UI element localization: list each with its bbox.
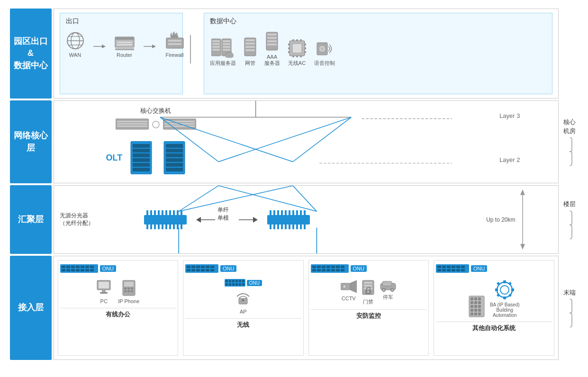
svg-rect-117: [277, 210, 279, 216]
svg-rect-208: [317, 269, 321, 271]
svg-rect-127: [277, 224, 279, 229]
onu-badge-2b: ONU: [247, 280, 262, 286]
svg-rect-205: [336, 266, 340, 268]
sub-wired-office: ONU PC: [58, 260, 179, 356]
svg-rect-234: [456, 266, 460, 268]
content-campus-exit: 出口 WAN: [54, 9, 559, 99]
svg-line-139: [179, 186, 293, 211]
svg-rect-69: [133, 149, 150, 153]
svg-rect-104: [162, 224, 163, 229]
diagram-container: 园区出口&数据中心 出口 WAN: [10, 9, 579, 368]
svg-rect-129: [285, 224, 287, 229]
svg-marker-113: [253, 217, 258, 223]
content-access: ONU PC: [54, 256, 559, 360]
svg-rect-252: [470, 309, 473, 312]
svg-rect-190: [242, 280, 244, 282]
svg-rect-210: [326, 269, 330, 271]
firewall-item: Firewall: [164, 31, 185, 58]
svg-rect-173: [191, 266, 195, 268]
svg-rect-99: [181, 210, 182, 216]
fiber-mode-label: 单纤单模: [217, 206, 229, 222]
svg-rect-92: [154, 210, 156, 216]
svg-rect-61: [117, 126, 147, 127]
svg-rect-209: [322, 269, 326, 271]
svg-rect-96: [169, 210, 171, 216]
layer2-label: Layer 2: [499, 155, 520, 164]
svg-rect-158: [90, 269, 94, 271]
automation-devices: BA (IP Based)BuildingAutomation: [468, 279, 520, 318]
olt-label: OLT: [106, 153, 123, 163]
svg-line-140: [218, 186, 317, 211]
svg-rect-128: [281, 224, 283, 229]
svg-rect-97: [173, 210, 175, 216]
parking-label: 停车: [383, 294, 393, 301]
svg-rect-157: [85, 269, 89, 271]
svg-rect-39: [267, 40, 277, 42]
svg-marker-137: [520, 244, 525, 250]
svg-rect-181: [201, 269, 205, 271]
svg-rect-42: [292, 44, 302, 53]
core-switch-area: 核心交换机: [116, 107, 196, 131]
svg-point-228: [391, 289, 393, 291]
svg-rect-9: [117, 42, 132, 43]
row-core: 网络核心层 核心交换机: [10, 100, 579, 183]
svg-rect-236: [437, 269, 441, 271]
svg-rect-249: [470, 305, 473, 308]
wan-item: WAN: [66, 31, 85, 58]
svg-rect-266: [497, 294, 500, 297]
svg-rect-48: [300, 55, 302, 57]
svg-point-62: [153, 121, 159, 128]
svg-rect-106: [169, 224, 171, 229]
content-core: 核心交换机: [54, 100, 559, 183]
exit-icon-row: WAN Rout: [66, 31, 177, 58]
svg-rect-147: [71, 266, 75, 268]
svg-rect-191: [226, 283, 228, 286]
pc-icon: [96, 279, 111, 296]
svg-rect-241: [461, 269, 465, 271]
svg-line-86: [218, 117, 351, 162]
svg-rect-183: [210, 269, 214, 271]
svg-rect-133: [300, 224, 302, 229]
svg-rect-260: [503, 280, 506, 283]
svg-rect-263: [511, 288, 514, 291]
svg-rect-77: [166, 153, 183, 157]
svg-rect-167: [131, 287, 133, 289]
doorgua-icon: [362, 279, 375, 296]
security-devices: CCTV 门禁: [341, 279, 397, 305]
svg-rect-65: [164, 123, 195, 125]
ap-label: AP: [240, 309, 247, 314]
svg-rect-148: [76, 266, 80, 268]
doorgua-item: 门禁: [362, 279, 375, 305]
brace-terminal: [566, 299, 573, 327]
svg-rect-188: [235, 280, 238, 282]
svg-rect-196: [242, 283, 244, 286]
svg-rect-46: [292, 55, 294, 57]
dc-title: 数据中心: [210, 17, 546, 26]
inner-onu-bar: ONU: [225, 278, 262, 287]
svg-rect-25: [223, 43, 230, 45]
ipphone-item: IP Phone: [118, 279, 139, 304]
layer3-text: Layer 3: [499, 112, 520, 119]
svg-rect-43: [292, 39, 294, 41]
svg-rect-11: [115, 48, 134, 50]
netmgr-item: 网管: [244, 37, 257, 67]
svg-rect-186: [229, 280, 231, 282]
svg-rect-72: [133, 163, 150, 167]
cctv-item: CCTV: [341, 279, 357, 305]
svg-rect-211: [331, 269, 335, 271]
aaa-label: AAA服务器: [264, 54, 280, 67]
ba-gear-icon: [494, 279, 515, 300]
svg-rect-8: [115, 37, 134, 40]
svg-rect-153: [66, 269, 70, 271]
core-switch-icons: [116, 118, 196, 131]
svg-rect-161: [102, 290, 106, 292]
dc-icon-row: 应用服务器 网管: [210, 31, 546, 67]
svg-rect-204: [331, 266, 335, 268]
voice-ctrl-item: 语音控制: [314, 39, 335, 67]
svg-rect-126: [273, 224, 275, 229]
svg-rect-15: [168, 40, 181, 42]
svg-rect-156: [81, 269, 84, 271]
svg-rect-144: [60, 264, 98, 273]
svg-rect-71: [133, 158, 150, 162]
svg-rect-64: [164, 121, 195, 122]
